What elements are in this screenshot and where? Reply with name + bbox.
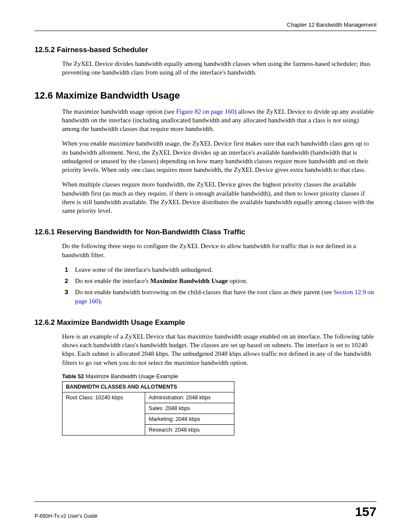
child-class-cell: Sales: 2048 kbps — [145, 403, 234, 414]
child-class-cell: Research: 2048 kbps — [145, 424, 234, 435]
table-header-row: BANDWIDTH CLASSES AND ALLOTMENTS — [62, 381, 234, 392]
step-1: Leave some of the interface's bandwidth … — [73, 265, 377, 274]
xref-figure-82[interactable]: Figure 82 on page 160 — [176, 108, 234, 115]
text-fragment: The maximize bandwidth usage option (see — [62, 108, 176, 115]
page-footer: P-660H-Tx v2 User's Guide 157 — [34, 501, 377, 519]
table-header-cell: BANDWIDTH CLASSES AND ALLOTMENTS — [62, 381, 234, 392]
step-2: Do not enable the interface's Maximize B… — [73, 277, 377, 285]
para-12-6-3: When multiple classes require more bandw… — [62, 180, 377, 215]
step-3: Do not enable bandwidth borrowing on the… — [73, 288, 377, 305]
text-fragment: Do not enable the interface's — [75, 277, 150, 284]
page-header: Chapter 12 Bandwidth Management — [34, 22, 377, 31]
option-name: Maximize Bandwidth Usage — [150, 277, 228, 284]
child-class-cell: Administration: 2048 kbps — [145, 392, 234, 403]
para-12-6-2-1: Here is an example of a ZyXEL Device tha… — [62, 332, 377, 367]
para-12-6-2: When you enable maximize bandwidth usage… — [62, 139, 377, 174]
text-fragment: option. — [228, 277, 248, 284]
child-class-cell: Marketing: 2048 kbps — [145, 414, 234, 424]
heading-12-6-1: 12.6.1 Reserving Bandwidth for Non-Bandw… — [34, 228, 377, 236]
table-number: Table 52 — [62, 373, 84, 380]
footer-guide-name: P-660H-Tx v2 User's Guide — [34, 513, 97, 519]
para-12-6-1-1: Do the following three steps to configur… — [62, 242, 377, 259]
table-row: Root Class: 10240 kbps Administration: 2… — [62, 392, 234, 403]
heading-12-6: 12.6 Maximize Bandwidth Usage — [34, 90, 377, 101]
heading-12-5-2: 12.5.2 Fairness-based Scheduler — [34, 46, 377, 54]
root-class-cell: Root Class: 10240 kbps — [62, 392, 145, 435]
para-12-6-1: The maximize bandwidth usage option (see… — [62, 107, 377, 134]
bandwidth-table: BANDWIDTH CLASSES AND ALLOTMENTS Root Cl… — [62, 381, 234, 436]
table-title: Maximize Bandwidth Usage Example — [84, 373, 178, 380]
table-caption: Table 52 Maximize Bandwidth Usage Exampl… — [62, 373, 377, 380]
steps-list: Leave some of the interface's bandwidth … — [62, 265, 377, 305]
heading-12-6-2: 12.6.2 Maximize Bandwidth Usage Example — [34, 318, 377, 327]
chapter-label: Chapter 12 Bandwidth Management — [287, 22, 377, 28]
text-fragment: ). — [99, 298, 103, 305]
page-number: 157 — [355, 504, 377, 519]
para-12-5-2-1: The ZyXEL Device divides bandwidth equal… — [62, 59, 377, 77]
text-fragment: Do not enable bandwidth borrowing on the… — [75, 289, 333, 296]
